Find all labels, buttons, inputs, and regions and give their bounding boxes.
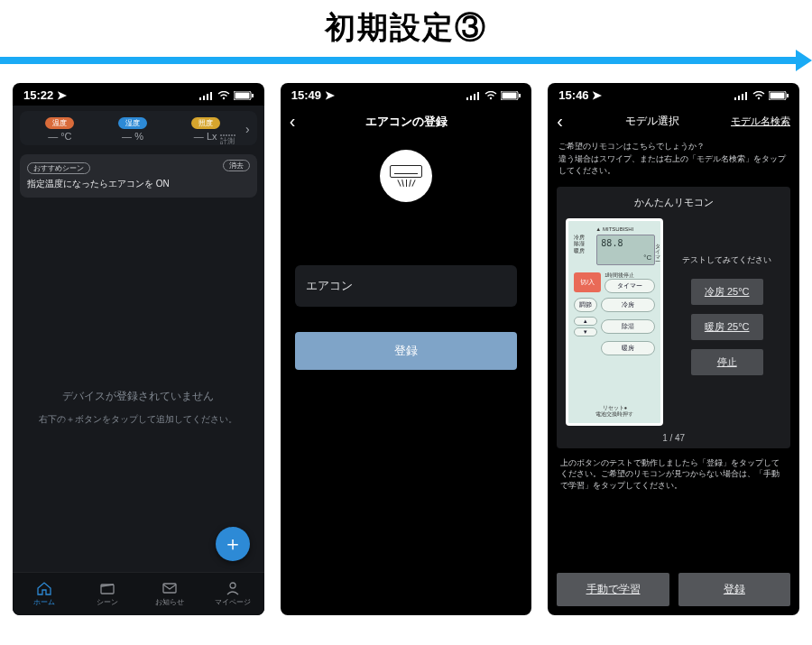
back-button[interactable]: ‹ bbox=[557, 111, 573, 132]
remote-reset-label: リセット● 電池交換時押す bbox=[568, 405, 660, 418]
humidity-value: — % bbox=[97, 131, 170, 142]
remote-brand: ▲ MITSUBISHI bbox=[574, 226, 655, 232]
screen-header: ‹ エアコンの登録 bbox=[281, 106, 532, 137]
status-bar: 15:46 ➤ bbox=[548, 83, 799, 106]
chevron-right-icon[interactable]: › bbox=[242, 122, 254, 136]
screen-title: モデル選択 bbox=[580, 114, 724, 129]
page-title-row: 初期設定③ bbox=[0, 0, 812, 49]
svg-rect-20 bbox=[734, 97, 736, 100]
sensor-card[interactable]: 温度 — °C 湿度 — % 照度 — Lx › 計測 bbox=[20, 111, 257, 145]
temp-value: — °C bbox=[23, 131, 97, 142]
phone-model-select: 15:46 ➤ ‹ モデル選択 モデル名検索 ご希望のリモコンはこちらでしょうか… bbox=[548, 83, 799, 615]
tab-label: お知らせ bbox=[155, 597, 184, 607]
wifi-icon bbox=[217, 91, 230, 100]
clock: 15:49 bbox=[291, 88, 321, 102]
test-column: テストしてみてください 冷房 25°C 暖房 25°C 停止 bbox=[672, 218, 781, 426]
lux-pill: 照度 bbox=[191, 117, 220, 129]
sensor-footer: 計測 bbox=[220, 134, 237, 146]
remote-lcd: 88.8 °C bbox=[596, 235, 655, 265]
wifi-icon bbox=[752, 91, 765, 100]
svg-rect-27 bbox=[787, 94, 789, 97]
tab-home[interactable]: ホーム bbox=[13, 573, 76, 615]
hint-text: ご希望のリモコンはこちらでしょうか？ 違う場合はスワイプ、または右上の「モデル名… bbox=[548, 137, 799, 178]
wifi-icon bbox=[484, 91, 497, 100]
remote-image: ▲ MITSUBISHI タイマー 冷房 除湿 暖房 88.8 °C 切/入 1… bbox=[566, 218, 663, 426]
add-device-fab[interactable]: ＋ bbox=[216, 527, 250, 561]
footer-hint: 上のボタンのテストで動作しましたら「登録」をタップしてください。ご希望のリモコン… bbox=[548, 448, 799, 492]
test-label: テストしてみてください bbox=[682, 254, 771, 266]
test-heat-button[interactable]: 暖房 25°C bbox=[691, 314, 763, 340]
status-bar: 15:49 ➤ bbox=[281, 83, 532, 106]
tab-bar: ホーム シーン お知らせ マイページ bbox=[13, 572, 264, 615]
remote-adjust-button: 調節 bbox=[574, 298, 597, 312]
status-bar: 15:22 ➤ bbox=[13, 83, 264, 106]
user-icon bbox=[225, 581, 241, 595]
temp-pill: 温度 bbox=[45, 117, 74, 129]
screen-title: エアコンの登録 bbox=[290, 114, 523, 130]
home-icon bbox=[36, 581, 52, 595]
test-cool-button[interactable]: 冷房 25°C bbox=[691, 279, 763, 305]
register-button[interactable]: 登録 bbox=[678, 573, 790, 606]
remote-timer-button: タイマー bbox=[604, 279, 655, 293]
remote-onoff-button: 切/入 bbox=[574, 272, 601, 292]
svg-rect-15 bbox=[477, 92, 479, 100]
svg-rect-21 bbox=[738, 96, 740, 100]
test-stop-button[interactable]: 停止 bbox=[691, 349, 763, 375]
tab-label: マイページ bbox=[215, 597, 251, 607]
scene-icon bbox=[99, 581, 115, 595]
svg-rect-0 bbox=[199, 97, 201, 100]
svg-rect-10 bbox=[163, 584, 176, 593]
scene-text: 指定温度になったらエアコンを ON bbox=[27, 178, 250, 190]
lcd-number: 88.8 bbox=[601, 238, 623, 248]
svg-point-24 bbox=[758, 97, 760, 98]
remote-card[interactable]: かんたんリモコン ▲ MITSUBISHI タイマー 冷房 除湿 暖房 88.8… bbox=[557, 187, 790, 448]
manual-learn-button[interactable]: 手動で学習 bbox=[557, 573, 669, 606]
tab-mypage[interactable]: マイページ bbox=[201, 573, 264, 615]
tab-notice[interactable]: お知らせ bbox=[138, 573, 201, 615]
svg-rect-22 bbox=[742, 94, 743, 100]
svg-rect-26 bbox=[770, 92, 785, 98]
sensor-temp: 温度 — °C bbox=[23, 116, 97, 142]
pager: 1 / 47 bbox=[566, 433, 781, 443]
empty-subtitle: 右下の＋ボタンをタップして追加してください。 bbox=[39, 413, 237, 426]
lcd-unit: °C bbox=[643, 253, 651, 262]
svg-rect-12 bbox=[466, 97, 468, 100]
recommend-pill: おすすめシーン bbox=[27, 162, 90, 174]
ac-icon bbox=[380, 150, 432, 202]
device-name-input[interactable]: エアコン bbox=[295, 265, 518, 307]
svg-point-11 bbox=[230, 583, 235, 588]
plus-icon: ＋ bbox=[223, 530, 243, 557]
svg-point-4 bbox=[222, 97, 224, 98]
progress-arrow bbox=[0, 54, 812, 67]
register-button[interactable]: 登録 bbox=[295, 332, 518, 370]
remote-up-button: ▴ bbox=[574, 317, 597, 326]
clock: 15:46 bbox=[558, 88, 588, 102]
model-search-link[interactable]: モデル名検索 bbox=[731, 115, 790, 128]
scene-card[interactable]: おすすめシーン 消去 指定温度になったらエアコンを ON bbox=[20, 154, 257, 198]
location-icon: ➤ bbox=[592, 88, 602, 102]
location-icon: ➤ bbox=[57, 88, 67, 102]
signal-icon bbox=[199, 91, 214, 100]
signal-icon bbox=[466, 91, 481, 100]
phone-register-ac: 15:49 ➤ ‹ エアコンの登録 エアコン 登録 bbox=[281, 83, 532, 615]
screen-header: ‹ モデル選択 モデル名検索 bbox=[548, 106, 799, 137]
remote-dry-button: 除湿 bbox=[601, 319, 655, 334]
svg-rect-19 bbox=[519, 94, 521, 97]
svg-rect-7 bbox=[252, 94, 254, 97]
battery-icon bbox=[501, 91, 521, 100]
tab-scene[interactable]: シーン bbox=[76, 573, 139, 615]
svg-rect-13 bbox=[470, 96, 472, 100]
humidity-pill: 湿度 bbox=[118, 117, 147, 129]
remote-mode-labels: 冷房 除湿 暖房 bbox=[574, 235, 594, 265]
remote-card-title: かんたんリモコン bbox=[566, 196, 781, 209]
timer-sublabel: 1時間後停止 bbox=[604, 272, 655, 279]
remote-down-button: ▾ bbox=[574, 327, 597, 336]
dismiss-button[interactable]: 消去 bbox=[223, 160, 250, 171]
svg-rect-2 bbox=[207, 94, 208, 100]
battery-icon bbox=[769, 91, 789, 100]
battery-icon bbox=[234, 91, 254, 100]
tab-label: ホーム bbox=[33, 597, 55, 607]
svg-rect-3 bbox=[210, 92, 212, 100]
phone-home: 15:22 ➤ 温度 — °C 湿度 — % 照度 — Lx bbox=[13, 83, 264, 615]
svg-rect-6 bbox=[235, 92, 249, 98]
